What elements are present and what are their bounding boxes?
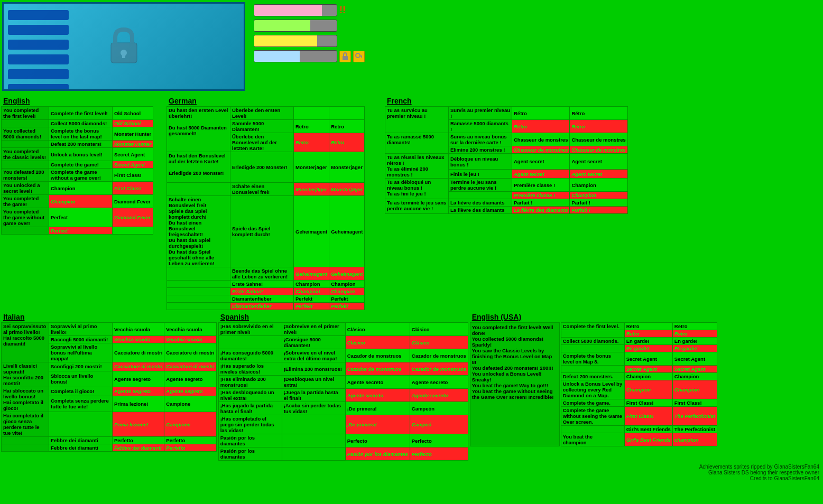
page-wrapper: !! (0, 0, 823, 504)
en-name-1: Old School (113, 107, 153, 120)
en-usa-full-5: Complete the game. (561, 399, 624, 407)
en-user-desc-2: You collected 5000 diamonds! (2, 127, 49, 141)
it-award-3: Agente segreto (164, 371, 216, 387)
fr-award-2: Chasseur de monstres (570, 133, 627, 146)
es-full-1: ¡Has sobrevivido en el primer nivel! (218, 323, 282, 336)
en-usa-award-1: Retro (672, 323, 717, 330)
es-full-3rb: ¡Juega la partida hasta el final! (282, 389, 345, 402)
it-full-3b: Completa il gioco! (49, 387, 113, 396)
game-viewport (2, 2, 245, 91)
table-row: Complete the first level. Retro Retro (561, 323, 717, 330)
es-award-1: Clásico (410, 323, 468, 336)
es-name-5: Perfecto (345, 434, 410, 447)
en-usa-name-3r: Secret Agent (624, 366, 672, 373)
en-usa-name-2r: En garde! (624, 345, 672, 352)
es-full-3: ¡Has eliminado 200 monstruos! (218, 376, 282, 389)
table-row: Pasión por los diamantes Perfecto Perfec… (218, 434, 468, 447)
es-award-5: Perfecto (410, 434, 468, 447)
table-row: Collect 5000 diamonds! Old School (2, 120, 153, 127)
en-usa-name-6: Girl's Best Friends (624, 426, 672, 433)
fr-full-2: Survis au niveau bonus sur la dernière c… (449, 133, 512, 146)
es-full-5rb (282, 447, 345, 461)
it-name-1r: Vecchia scuola (113, 336, 164, 343)
exp-bar-bg (254, 20, 337, 32)
table-row: You collected 5000 diamonds! Complete th… (2, 127, 153, 141)
table-row: Complete the game without seeing the Gam… (561, 407, 717, 426)
svg-rect-2 (122, 53, 125, 58)
it-full-2: Sopravvivi al livello bonus nell'ultima … (49, 343, 113, 362)
de-full-3: Überlebe den Bonuslevel auf der letzten … (230, 133, 294, 152)
table-row: Hai sbloccato un livello bonus!Hai compl… (2, 387, 217, 396)
fr-name-4r: Première classe ! (512, 192, 570, 199)
en-usa-award-2r: En garde! (672, 345, 717, 352)
german-title: German (167, 96, 383, 106)
german-section: German Du hast den ersten Level überlehr… (167, 96, 383, 310)
fr-name-3: Agent secret (512, 154, 570, 170)
es-full-1rb: ¡Consigue 5000 diamantes! (282, 336, 345, 349)
es-name-2: Cazador de monstruos (345, 349, 410, 362)
table-row: Livelli classici superati!Hai sconfitto … (2, 362, 217, 371)
de-full-5: Schalte einen Bonuslevel frei! (230, 183, 294, 196)
table-row: You defeated 200 monsters! Complete the … (2, 169, 153, 182)
de-name-11r: Perfekt (294, 303, 329, 310)
table-row: You completed the game! Champion Diamond… (2, 195, 153, 208)
de-full-4: Erledigde 200 Monster! (230, 152, 294, 183)
de-name-1 (294, 107, 329, 120)
de-award-5r: Monsterjäger (329, 183, 365, 196)
fr-full-5: La fièvre des diamants (449, 199, 512, 207)
it-full-4: Completa senza perdere tutte le tue vite… (49, 396, 113, 412)
menu-line-3[interactable] (8, 40, 69, 50)
it-user-3: Hai sbloccato un livello bonus!Hai compl… (2, 387, 49, 412)
menu-line-2[interactable] (8, 25, 69, 35)
italian-section: Italian Sei sopravvissuto al primo livel… (1, 312, 217, 452)
fr-full-4b (449, 192, 512, 199)
de-desc-10 (167, 295, 230, 303)
table-row: Perfect (2, 227, 153, 235)
it-award-5: Perfetto (164, 437, 216, 444)
stamina-bar-bg (254, 35, 337, 47)
en-usa-full-3: Complete the bonus level on Map 8. (561, 352, 624, 366)
it-full-5: Febbre dei diamanti (49, 437, 113, 444)
table-row: Du hast den ersten Level überlehrt!Du ha… (167, 107, 365, 120)
en-usa-table: Complete the first level. Retro Retro Re… (561, 322, 717, 446)
menu-line-4[interactable] (8, 54, 69, 64)
menu-line-1[interactable] (8, 10, 69, 20)
menu-line-5[interactable] (8, 69, 69, 79)
fr-full-1: Survis au premier niveau ! (449, 107, 512, 120)
es-award-5r: Perfecto (410, 447, 468, 461)
it-user-5 (2, 437, 49, 444)
stamina-bar-fill (254, 35, 317, 46)
en-usa-name-1r: Retro (624, 330, 672, 338)
en-full-desc-2b: Defeat 200 monsters! (49, 141, 113, 148)
mana-bar-bg (254, 50, 337, 62)
de-award-6: Geheimagent (329, 196, 365, 267)
english-section: English You completed the first level! C… (1, 96, 165, 235)
table-row: Schalte einen Bonuslevel frei!Spiele das… (167, 196, 365, 267)
en-name-4: First Class! (113, 169, 153, 182)
de-name-6: Geheimagent (294, 196, 329, 267)
en-award-8r: Perfect (49, 227, 113, 235)
it-name-4: Prima lezione! (113, 396, 164, 412)
de-name-9r: Champion (294, 288, 329, 295)
de-award-8: Champion (329, 281, 365, 288)
table-row: ¡Has completado el juego sin perder toda… (218, 415, 468, 434)
top-game-area: !! (0, 0, 823, 92)
fr-user-5: Tu as terminé le jeu sans perdre aucune … (385, 199, 449, 214)
en-user-desc-3: You completed the classic levels! (2, 148, 49, 161)
fr-name-2r: Chasseur de monstres (512, 146, 570, 154)
it-full-1b: Raccogli 5000 diamanti! (49, 336, 113, 343)
es-name-3: Agente secreto (345, 376, 410, 389)
en-user-desc-2b (2, 141, 49, 148)
es-full-3r: ¡Has desbloqueado un nivel extra! (218, 389, 282, 402)
en-user-desc-4: You defeated 200 monsters! (2, 169, 49, 182)
table-row: Defeat 200 monsters! Monster Hunter (2, 141, 153, 148)
french-title: French (385, 96, 628, 106)
hud-bar-row-1: !! (254, 4, 365, 16)
hud-icon-lock (339, 51, 351, 62)
table-row: Girl's Best Friends The Perfectionist (561, 426, 717, 433)
en-usa-award-3: Secret Agent (672, 352, 717, 366)
en-full-desc-3b: Complete the game! (49, 161, 113, 169)
menu-line-6[interactable] (8, 84, 69, 91)
table-row: You beat thechampion Girl's Best Friends… (561, 433, 717, 446)
es-name-1r: Clásico (345, 336, 410, 349)
